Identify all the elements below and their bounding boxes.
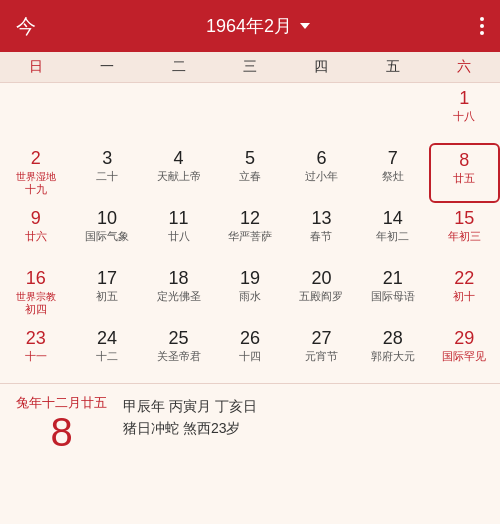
- day-lunar: 雨水: [239, 290, 261, 303]
- day-number: 27: [311, 327, 331, 350]
- day-lunar: 二十: [96, 170, 118, 183]
- weekday-label: 四: [286, 52, 357, 82]
- day-lunar: 初十: [453, 290, 475, 303]
- day-cell[interactable]: 14年初二: [357, 203, 428, 263]
- day-cell: [286, 83, 357, 143]
- day-number: 12: [240, 207, 260, 230]
- day-cell[interactable]: 28郭府大元: [357, 323, 428, 383]
- day-number: 6: [316, 147, 326, 170]
- footer-right: 甲辰年 丙寅月 丁亥日 猪日冲蛇 煞西23岁: [123, 394, 257, 438]
- day-number: 20: [311, 267, 331, 290]
- day-cell[interactable]: 17初五: [71, 263, 142, 323]
- day-number: 26: [240, 327, 260, 350]
- day-cell[interactable]: 5立春: [214, 143, 285, 203]
- weekday-label: 三: [214, 52, 285, 82]
- day-lunar: 年初二: [376, 230, 409, 243]
- day-lunar: 华严菩萨: [228, 230, 272, 243]
- day-number: 4: [174, 147, 184, 170]
- day-lunar: 过小年: [305, 170, 338, 183]
- weekday-label: 二: [143, 52, 214, 82]
- day-event: 世界湿地: [16, 171, 56, 183]
- weekday-header: 日一二三四五六: [0, 52, 500, 83]
- day-number: 23: [26, 327, 46, 350]
- day-cell[interactable]: 23十一: [0, 323, 71, 383]
- day-lunar: 十四: [239, 350, 261, 363]
- footer-day-number: 8: [50, 412, 72, 452]
- day-number: 13: [311, 207, 331, 230]
- day-number: 17: [97, 267, 117, 290]
- day-cell[interactable]: 29国际罕见: [429, 323, 500, 383]
- day-number: 22: [454, 267, 474, 290]
- day-number: 11: [169, 207, 189, 230]
- day-lunar: 年初三: [448, 230, 481, 243]
- day-lunar: 元宵节: [305, 350, 338, 363]
- day-lunar: 天献上帝: [157, 170, 201, 183]
- day-number: 28: [383, 327, 403, 350]
- day-cell[interactable]: 6过小年: [286, 143, 357, 203]
- day-cell[interactable]: 21国际母语: [357, 263, 428, 323]
- day-number: 14: [383, 207, 403, 230]
- day-number: 29: [454, 327, 474, 350]
- day-cell[interactable]: 24十二: [71, 323, 142, 383]
- day-cell[interactable]: 7祭灶: [357, 143, 428, 203]
- day-lunar: 国际母语: [371, 290, 415, 303]
- weekday-label: 日: [0, 52, 71, 82]
- day-number: 19: [240, 267, 260, 290]
- day-cell: [214, 83, 285, 143]
- day-cell[interactable]: 8廿五: [429, 143, 500, 203]
- today-button[interactable]: 今: [16, 13, 36, 40]
- day-lunar: 廿六: [25, 230, 47, 243]
- day-lunar: 国际罕见: [442, 350, 486, 363]
- month-title[interactable]: 1964年2月: [206, 14, 310, 38]
- weekday-label: 六: [429, 52, 500, 82]
- day-cell[interactable]: 27元宵节: [286, 323, 357, 383]
- day-lunar: 祭灶: [382, 170, 404, 183]
- day-number: 5: [245, 147, 255, 170]
- day-cell[interactable]: 20五殿阎罗: [286, 263, 357, 323]
- day-number: 9: [31, 207, 41, 230]
- day-number: 8: [459, 149, 469, 172]
- day-cell[interactable]: 2世界湿地十九: [0, 143, 71, 203]
- day-cell: [357, 83, 428, 143]
- day-cell[interactable]: 12华严菩萨: [214, 203, 285, 263]
- day-cell[interactable]: 10国际气象: [71, 203, 142, 263]
- day-cell[interactable]: 15年初三: [429, 203, 500, 263]
- calendar-header: 今 1964年2月: [0, 0, 500, 52]
- day-lunar: 春节: [310, 230, 332, 243]
- day-event: 世界宗教: [16, 291, 56, 303]
- calendar-grid: 1十八2世界湿地十九3二十4天献上帝5立春6过小年7祭灶8廿五9廿六10国际气象…: [0, 83, 500, 383]
- more-menu-button[interactable]: [480, 17, 484, 35]
- footer-info-line1: 甲辰年 丙寅月 丁亥日: [123, 398, 257, 416]
- day-cell[interactable]: 4天献上帝: [143, 143, 214, 203]
- day-number: 18: [169, 267, 189, 290]
- day-lunar: 定光佛圣: [157, 290, 201, 303]
- day-cell[interactable]: 26十四: [214, 323, 285, 383]
- weekday-label: 一: [71, 52, 142, 82]
- day-number: 16: [26, 267, 46, 290]
- day-number: 7: [388, 147, 398, 170]
- day-cell[interactable]: 13春节: [286, 203, 357, 263]
- day-cell[interactable]: 11廿八: [143, 203, 214, 263]
- month-dropdown-icon: [300, 23, 310, 29]
- day-lunar: 十二: [96, 350, 118, 363]
- day-number: 1: [459, 87, 469, 110]
- day-lunar: 立春: [239, 170, 261, 183]
- day-cell: [0, 83, 71, 143]
- day-cell[interactable]: 3二十: [71, 143, 142, 203]
- day-cell[interactable]: 25关圣帝君: [143, 323, 214, 383]
- day-cell[interactable]: 1十八: [429, 83, 500, 143]
- day-cell[interactable]: 19雨水: [214, 263, 285, 323]
- footer-info-line2: 猪日冲蛇 煞西23岁: [123, 420, 257, 438]
- day-cell[interactable]: 22初十: [429, 263, 500, 323]
- day-lunar: 国际气象: [85, 230, 129, 243]
- day-cell[interactable]: 16世界宗教初四: [0, 263, 71, 323]
- day-cell: [71, 83, 142, 143]
- day-lunar: 十一: [25, 350, 47, 363]
- day-number: 3: [102, 147, 112, 170]
- day-number: 25: [169, 327, 189, 350]
- day-cell[interactable]: 18定光佛圣: [143, 263, 214, 323]
- day-number: 21: [383, 267, 403, 290]
- day-lunar: 初五: [96, 290, 118, 303]
- day-cell[interactable]: 9廿六: [0, 203, 71, 263]
- day-lunar: 廿八: [168, 230, 190, 243]
